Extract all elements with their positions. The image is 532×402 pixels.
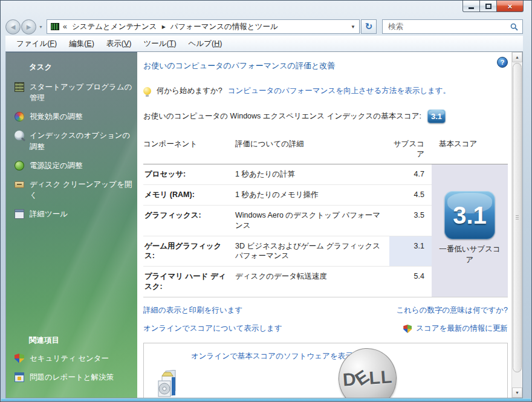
window: × ◀ ▶ ▼ « システムとメンテナンス ▶ パフォーマンスの情報とツール ▼…	[0, 0, 532, 402]
sidebar-task-label: 詳細ツール	[30, 209, 68, 219]
forward-button[interactable]: ▶	[21, 19, 36, 34]
refresh-icon: ↻	[365, 21, 373, 32]
address-bar[interactable]: « システムとメンテナンス ▶ パフォーマンスの情報とツール ▼	[47, 19, 360, 34]
window-controls: ×	[462, 1, 524, 12]
scroll-down-button[interactable]: ▼	[512, 387, 522, 398]
table-row: メモリ (RAM): 1 秒あたりのメモリ操作 4.5	[143, 185, 432, 206]
table-rows: プロセッサ: 1 秒あたりの計算 4.7 メモリ (RAM): 1 秒あたりのメ…	[143, 164, 432, 297]
header-base-score: 基本スコア	[432, 139, 508, 160]
lightbulb-icon	[143, 87, 151, 95]
component-subscore: 3.1	[389, 236, 432, 267]
component-name: プライマリ ハード ディスク:	[143, 267, 235, 297]
table-row: グラフィックス: Windows Aero のデスクトップ パフォーマンス 3.…	[143, 206, 432, 236]
forward-icon: ▶	[27, 24, 31, 30]
shield-4c	[15, 354, 24, 363]
search-box[interactable]	[382, 19, 523, 34]
visual-effects-icon	[15, 112, 24, 122]
sidebar-task-item[interactable]: スタートアップ プログラムの管理	[15, 82, 132, 103]
header-subscore: サブスコア	[389, 139, 432, 160]
menu-item[interactable]: 編集(E)	[63, 36, 100, 51]
menu-item[interactable]: ヘルプ(H)	[183, 36, 229, 51]
improve-performance-link[interactable]: コンピュータのパフォーマンスを向上させる方法を表示します。	[228, 86, 450, 96]
sidebar-related-label: 問題のレポートと解決策	[30, 372, 114, 383]
related-list: セキュリティ センター 問題のレポートと解決策	[15, 353, 132, 391]
breadcrumb-item-system[interactable]: システムとメンテナンス	[72, 22, 157, 32]
sidebar-spacer	[15, 227, 132, 336]
table-header-row: コンポーネント 評価についての詳細 サブスコア 基本スコア	[143, 135, 508, 164]
refresh-score-link[interactable]: スコアを最新の情報に更新	[403, 323, 508, 334]
sidebar-related-item[interactable]: セキュリティ センター	[15, 353, 132, 364]
refresh-button[interactable]: ↻	[361, 19, 377, 34]
sidebar-task-item[interactable]: ディスク クリーンアップを開く	[15, 179, 132, 201]
dell-logo-text: DELL	[342, 366, 394, 391]
prompt-question: 何から始めますか?	[157, 86, 222, 96]
back-button[interactable]: ◀	[5, 19, 21, 34]
component-name: ゲーム用グラフィックス:	[143, 236, 235, 267]
disk-cleanup-icon	[15, 181, 24, 188]
scroll-down-icon: ▼	[515, 391, 519, 395]
score-table: コンポーネント 評価についての詳細 サブスコア 基本スコア プロセッサ: 1 秒…	[143, 135, 508, 297]
maximize-button[interactable]	[480, 1, 496, 12]
breadcrumb-item-performance[interactable]: パフォーマンスの情報とツール	[170, 22, 278, 32]
prompt-row: 何から始めますか? コンピュータのパフォーマンスを向上させる方法を表示します。	[143, 86, 508, 96]
table-row: プロセッサ: 1 秒あたりの計算 4.7	[143, 164, 432, 185]
sidebar-task-label: ディスク クリーンアップを開く	[30, 179, 132, 201]
links-row-1: 詳細の表示と印刷を行います これらの数字の意味は何ですか?	[143, 305, 508, 316]
control-panel-page-icon	[51, 23, 59, 30]
address-dropdown-icon[interactable]: ▼	[351, 24, 355, 30]
base-score-caption: 一番低いサブスコア	[437, 244, 502, 265]
sidebar-task-item[interactable]: 視覚効果の調整	[15, 111, 132, 122]
component-subscore: 3.5	[389, 206, 432, 236]
component-detail: ディスクのデータ転送速度	[235, 267, 389, 297]
oem-box: オンラインで基本スコアのソフトウェアを表示する DELL	[143, 343, 508, 398]
numbers-meaning-link[interactable]: これらの数字の意味は何ですか?	[396, 305, 508, 316]
component-detail: 3D ビジネスおよびゲーム グラフィックス パフォーマンス	[235, 236, 389, 267]
sidebar-related-label: セキュリティ センター	[30, 353, 109, 364]
breadcrumb-overflow[interactable]: «	[63, 22, 67, 31]
menu-item[interactable]: ファイル(F)	[10, 36, 63, 51]
power-settings-icon	[15, 161, 24, 170]
help-button[interactable]: ?	[497, 57, 508, 68]
search-icon	[510, 23, 518, 31]
back-icon: ◀	[11, 24, 16, 30]
component-subscore: 4.7	[389, 164, 432, 184]
advanced-tools-icon	[15, 209, 24, 219]
sidebar-task-label: 視覚効果の調整	[30, 111, 83, 122]
menu-item[interactable]: ツール(T)	[138, 36, 183, 51]
component-name: メモリ (RAM):	[143, 185, 235, 205]
scrollbar-thumb[interactable]	[513, 63, 522, 372]
sidebar-task-label: 電源設定の調整	[30, 160, 83, 171]
task-list: スタートアップ プログラムの管理 視覚効果の調整 インデックスのオプションの調整	[15, 82, 132, 227]
component-name: グラフィックス:	[143, 206, 235, 236]
view-print-details-link[interactable]: 詳細の表示と印刷を行います	[143, 305, 242, 316]
indexing-options-icon	[15, 131, 24, 140]
sidebar-task-item[interactable]: 詳細ツール	[15, 209, 132, 219]
minimize-icon	[469, 7, 474, 9]
menu-item[interactable]: 表示(V)	[100, 36, 138, 51]
scroll-up-button[interactable]: ▲	[512, 52, 522, 62]
minimize-button[interactable]	[462, 1, 480, 12]
base-score-badge-small: 3.1	[427, 109, 446, 123]
search-input[interactable]	[387, 22, 510, 31]
header-detail: 評価についての詳細	[235, 139, 389, 160]
scroll-up-icon: ▲	[515, 55, 519, 59]
recent-pages-dropdown[interactable]: ▼	[39, 25, 43, 29]
tasks-header: タスク	[29, 62, 132, 73]
online-scores-link[interactable]: オンラインでスコアについて表示します	[143, 323, 282, 334]
window-body: タスク スタートアップ プログラムの管理 視覚効果の調整	[5, 51, 523, 398]
close-button[interactable]: ×	[496, 1, 524, 12]
scrollbar-grip-icon	[516, 215, 519, 219]
component-detail: Windows Aero のデスクトップ パフォーマンス	[235, 206, 389, 236]
software-box-icon	[154, 370, 183, 398]
sidebar-task-item[interactable]: インデックスのオプションの調整	[15, 130, 132, 152]
base-score-row: お使いのコンピュータの Windows エクスペリエンス インデックスの基本スコ…	[143, 109, 508, 123]
component-detail: 1 秒あたりの計算	[235, 164, 389, 184]
uac-shield-icon	[403, 325, 412, 333]
sidebar-task-item[interactable]: 電源設定の調整	[15, 160, 132, 171]
menu-bar: ファイル(F) 編集(E) 表示(V) ツール(T) ヘルプ(H)	[5, 36, 523, 51]
table-row: プライマリ ハード ディスク: ディスクのデータ転送速度 5.4	[143, 267, 432, 297]
sidebar-related-item[interactable]: 問題のレポートと解決策	[15, 372, 132, 383]
base-score-badge-large: 3.1	[444, 191, 495, 239]
page-title: お使いのコンピュータのパフォーマンスの評価と改善	[143, 60, 508, 71]
vertical-scrollbar[interactable]: ▲ ▼	[511, 52, 522, 398]
